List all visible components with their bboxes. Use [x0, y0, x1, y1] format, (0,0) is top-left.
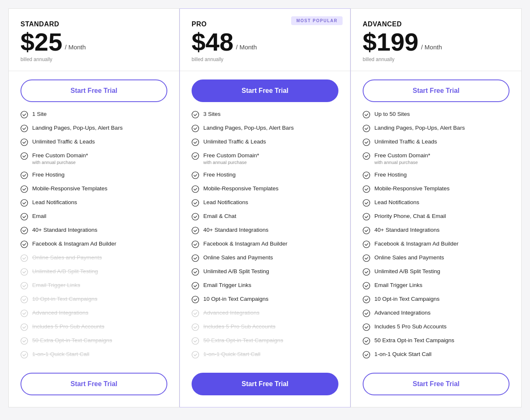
plan-price-row: $199 / Month: [363, 30, 510, 55]
feature-item: Mobile-Responsive Templates: [20, 185, 167, 193]
svg-point-16: [21, 338, 28, 344]
svg-point-28: [192, 255, 199, 261]
svg-point-17: [21, 351, 28, 358]
feature-item: 1-on-1 Quick Start Call: [20, 351, 167, 359]
feature-item: 40+ Standard Integrations: [363, 226, 510, 234]
feature-text: Mobile-Responsive Templates: [203, 185, 279, 192]
feature-item: Unlimited Traffic & Leads: [192, 138, 338, 146]
feature-text: 1-on-1 Quick Start Call: [203, 351, 261, 358]
features-list: 3 Sites Landing Pages, Pop-Ups, Alert Ba…: [192, 110, 338, 364]
check-circle-icon: [192, 351, 199, 359]
feature-text: Facebook & Instagram Ad Builder: [203, 240, 287, 248]
feature-item: 40+ Standard Integrations: [20, 226, 167, 234]
check-circle-icon: [363, 152, 370, 160]
feature-item: Free Hosting: [20, 171, 167, 179]
feature-text: Facebook & Instagram Ad Builder: [32, 240, 116, 248]
feature-text: 40+ Standard Integrations: [32, 226, 97, 234]
feature-text: Free Custom Domain*with annual purchase: [203, 152, 259, 165]
check-circle-icon: [192, 199, 199, 207]
feature-item: Landing Pages, Pop-Ups, Alert Bars: [363, 124, 510, 132]
svg-point-0: [21, 111, 28, 118]
svg-point-50: [363, 310, 370, 317]
feature-item: Facebook & Instagram Ad Builder: [20, 240, 167, 248]
svg-point-11: [21, 269, 28, 275]
check-circle-icon: [20, 227, 28, 234]
check-circle-icon: [363, 254, 370, 262]
feature-item: Online Sales and Payments: [192, 254, 338, 262]
feature-item: Email: [20, 213, 167, 220]
feature-item: 3 Sites: [192, 110, 338, 118]
svg-point-35: [192, 351, 199, 358]
feature-item: Lead Notifications: [20, 199, 167, 207]
plan-price: $48: [192, 30, 233, 55]
plan-price: $199: [363, 30, 418, 55]
svg-point-2: [21, 139, 28, 146]
feature-item: Free Custom Domain*with annual purchase: [363, 152, 510, 165]
cta-button-top[interactable]: Start Free Trial: [20, 79, 167, 102]
cta-button-bottom[interactable]: Start Free Trial: [192, 373, 338, 395]
feature-text: Mobile-Responsive Templates: [32, 185, 108, 192]
feature-text: Unlimited A/B Split Testing: [203, 268, 269, 275]
feature-item: Email Trigger Links: [20, 282, 167, 289]
svg-point-22: [192, 172, 199, 179]
check-circle-icon: [363, 199, 370, 207]
plan-card-standard: STANDARD $25 / Month billed annuallyStar…: [8, 8, 179, 407]
check-circle-icon: [192, 310, 199, 317]
check-circle-icon: [20, 241, 28, 248]
feature-text: Free Custom Domain*with annual purchase: [32, 152, 88, 165]
check-circle-icon: [363, 351, 370, 359]
plan-price: $25: [20, 30, 62, 55]
feature-item: 50 Extra Opt-in Text Campaigns: [20, 337, 167, 345]
plan-price-row: $25 / Month: [20, 30, 167, 55]
feature-text: Unlimited Traffic & Leads: [203, 138, 266, 146]
feature-text: 1 Site: [32, 110, 47, 118]
feature-item: Includes 5 Pro Sub Accounts: [363, 323, 510, 331]
cta-button-top[interactable]: Start Free Trial: [192, 79, 338, 102]
feature-item: Email Trigger Links: [363, 282, 510, 289]
check-circle-icon: [363, 172, 370, 179]
feature-text: Includes 5 Pro Sub Accounts: [374, 323, 447, 330]
divider: [180, 71, 350, 71]
feature-text: Lead Notifications: [203, 199, 248, 206]
feature-text: 3 Sites: [203, 110, 220, 118]
check-circle-icon: [20, 268, 28, 276]
check-circle-icon: [192, 125, 199, 132]
check-circle-icon: [20, 310, 28, 317]
feature-text: Landing Pages, Pop-Ups, Alert Bars: [203, 124, 294, 132]
feature-text: 1-on-1 Quick Start Call: [32, 351, 90, 358]
features-list: Up to 50 Sites Landing Pages, Pop-Ups, A…: [363, 110, 510, 364]
feature-item: Unlimited A/B Split Testing: [363, 268, 510, 276]
check-circle-icon: [20, 185, 28, 193]
feature-text: 40+ Standard Integrations: [374, 226, 440, 234]
cta-button-bottom[interactable]: Start Free Trial: [20, 373, 167, 395]
check-circle-icon: [192, 254, 199, 262]
check-circle-icon: [192, 213, 199, 220]
check-circle-icon: [192, 296, 199, 303]
check-circle-icon: [363, 111, 370, 118]
check-circle-icon: [192, 268, 199, 276]
svg-point-5: [21, 186, 28, 192]
check-circle-icon: [20, 254, 28, 262]
cta-button-bottom[interactable]: Start Free Trial: [363, 373, 510, 395]
check-circle-icon: [20, 125, 28, 132]
feature-sub: with annual purchase: [203, 159, 259, 165]
check-circle-icon: [363, 227, 370, 234]
svg-point-21: [192, 153, 199, 159]
svg-point-14: [21, 310, 28, 317]
check-circle-icon: [363, 268, 370, 276]
check-circle-icon: [20, 296, 28, 303]
svg-point-3: [21, 153, 28, 159]
svg-point-19: [192, 125, 199, 132]
check-circle-icon: [192, 323, 199, 331]
check-circle-icon: [363, 296, 370, 303]
feature-text: Lead Notifications: [374, 199, 419, 206]
feature-item: 10 Opt-in Text Campaigns: [363, 295, 510, 303]
feature-text: 10 Opt-in Text Campaigns: [203, 295, 269, 303]
feature-item: 10 Opt-in Text Campaigns: [20, 295, 167, 303]
feature-item: Lead Notifications: [192, 199, 338, 207]
plan-period: / Month: [65, 44, 86, 51]
feature-item: Facebook & Instagram Ad Builder: [363, 240, 510, 248]
feature-item: 50 Extra Opt-in Text Campaigns: [363, 337, 510, 345]
cta-button-top[interactable]: Start Free Trial: [363, 79, 510, 102]
billed-note: billed annually: [363, 56, 510, 62]
